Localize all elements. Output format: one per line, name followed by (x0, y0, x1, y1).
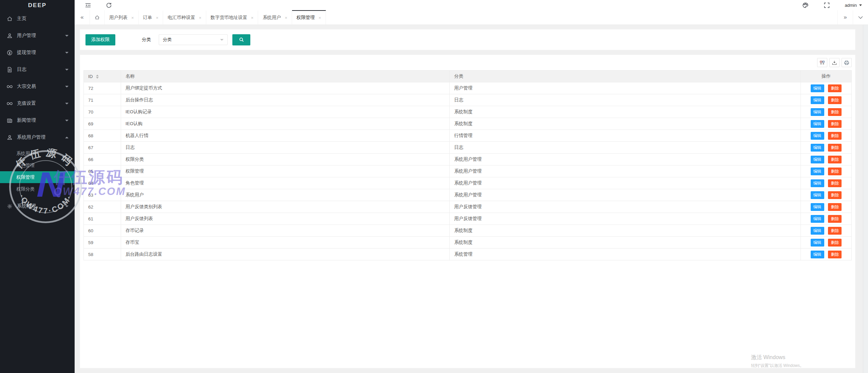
delete-button[interactable]: 删除 (828, 215, 842, 223)
search-button[interactable] (232, 34, 250, 45)
close-icon[interactable]: × (285, 15, 287, 20)
double-chevron-left-icon: « (80, 14, 83, 21)
tabs-menu-button[interactable] (853, 10, 868, 24)
cell-id: 59 (84, 237, 121, 249)
add-permission-button[interactable]: 添加权限 (85, 34, 115, 45)
table-row: 59 存币宝 系统制度 编辑 删除 (84, 237, 852, 249)
edit-button[interactable]: 编辑 (811, 120, 824, 128)
edit-button[interactable]: 编辑 (811, 132, 824, 140)
scrollbar[interactable] (863, 25, 868, 373)
chevron-up-icon (65, 137, 69, 138)
delete-button[interactable]: 删除 (828, 179, 842, 187)
sidebar-item-system-mgmt[interactable]: 系统管理 (0, 198, 75, 215)
delete-button[interactable]: 删除 (828, 156, 842, 163)
delete-button[interactable]: 删除 (828, 227, 842, 235)
cell-id: 67 (84, 142, 121, 154)
column-filter-button[interactable] (817, 58, 827, 67)
sort-icon[interactable] (96, 75, 99, 79)
edit-button[interactable]: 编辑 (811, 96, 824, 104)
edit-button[interactable]: 编辑 (811, 191, 824, 199)
collapse-menu-icon[interactable] (85, 2, 91, 8)
file-icon (7, 67, 13, 73)
tab-crypto-address-settings[interactable]: 数字货币地址设置 × (206, 10, 258, 24)
refresh-icon[interactable] (105, 2, 112, 8)
sidebar: DEEP 主页 用户管理 提现管理 日志 大宗交易 充值设置 新闻管理 系统用户… (0, 0, 75, 373)
tab-user-list[interactable]: 用户列表 × (105, 10, 139, 24)
cell-category: 系统用户管理 (450, 177, 801, 189)
edit-button[interactable]: 编辑 (811, 84, 824, 92)
delete-button[interactable]: 删除 (828, 251, 842, 258)
cell-name: 存币宝 (121, 237, 450, 249)
sidebar-subitem-permission-category[interactable]: 权限分类 (0, 183, 75, 195)
topbar-right: admin (802, 2, 862, 8)
edit-button[interactable]: 编辑 (811, 168, 824, 175)
edit-button[interactable]: 编辑 (811, 203, 824, 211)
close-icon[interactable]: × (131, 15, 134, 20)
close-icon[interactable]: × (251, 15, 254, 20)
tab-label: 系统用户 (263, 15, 281, 21)
category-filter-label: 分类 (142, 37, 151, 43)
chevron-down-icon (65, 52, 69, 54)
edit-button[interactable]: 编辑 (811, 156, 824, 163)
sidebar-item-log[interactable]: 日志 (0, 61, 75, 78)
cell-name: 系统用户 (121, 189, 450, 201)
edit-button[interactable]: 编辑 (811, 227, 824, 235)
delete-button[interactable]: 删除 (828, 120, 842, 128)
delete-button[interactable]: 删除 (828, 132, 842, 140)
delete-button[interactable]: 删除 (828, 96, 842, 104)
admin-dropdown[interactable]: admin (845, 3, 862, 8)
tab-system-user[interactable]: 系统用户 × (258, 10, 292, 24)
sidebar-item-withdraw-mgmt[interactable]: 提现管理 (0, 44, 75, 61)
edit-button[interactable]: 编辑 (811, 179, 824, 187)
close-icon[interactable]: × (156, 15, 159, 20)
user-icon (7, 33, 13, 39)
edit-button[interactable]: 编辑 (811, 239, 824, 247)
sidebar-item-block-trade[interactable]: 大宗交易 (0, 78, 75, 95)
export-button[interactable] (829, 58, 840, 67)
tab-label: 电汇币种设置 (168, 15, 195, 21)
delete-button[interactable]: 删除 (828, 144, 842, 152)
tab-wire-currency-settings[interactable]: 电汇币种设置 × (163, 10, 206, 24)
category-select[interactable]: 分类 (159, 34, 228, 45)
sidebar-subitem-role-mgmt[interactable]: 角色管理 (0, 159, 75, 171)
cell-actions: 编辑 删除 (801, 237, 852, 249)
category-select-value: 分类 (163, 37, 172, 43)
sidebar-item-user-mgmt[interactable]: 用户管理 (0, 27, 75, 44)
edit-button[interactable]: 编辑 (811, 108, 824, 116)
delete-button[interactable]: 删除 (828, 191, 842, 199)
close-icon[interactable]: × (319, 15, 321, 20)
delete-button[interactable]: 删除 (828, 84, 842, 92)
delete-button[interactable]: 删除 (828, 108, 842, 116)
cell-name: IEO认购记录 (121, 106, 450, 118)
print-button[interactable] (842, 58, 852, 67)
fullscreen-icon[interactable] (824, 2, 830, 8)
delete-button[interactable]: 删除 (828, 203, 842, 211)
tabs-scroll-right-button[interactable]: » (837, 10, 853, 24)
delete-button[interactable]: 删除 (828, 168, 842, 175)
tabs-scroll-left-button[interactable]: « (75, 10, 90, 24)
edit-button[interactable]: 编辑 (811, 215, 824, 223)
sidebar-subitem-permission-mgmt[interactable]: 权限管理 (0, 171, 75, 183)
edit-button[interactable]: 编辑 (811, 251, 824, 258)
sidebar-item-home[interactable]: 主页 (0, 10, 75, 27)
sidebar-item-news-mgmt[interactable]: 新闻管理 (0, 112, 75, 129)
home-icon (95, 15, 100, 20)
tabbar-right-controls: » (837, 10, 868, 24)
sidebar-item-label: 用户管理 (17, 33, 36, 39)
close-icon[interactable]: × (199, 15, 201, 20)
delete-button[interactable]: 删除 (828, 239, 842, 247)
sidebar-item-system-user-mgmt[interactable]: 系统用户管理 (0, 129, 75, 146)
tab-permission-mgmt[interactable]: 权限管理 × (292, 10, 326, 24)
cell-id: 69 (84, 118, 121, 130)
sidebar-subitem-system-user[interactable]: 系统用户 (0, 148, 75, 159)
table-row: 68 机器人行情 行情管理 编辑 删除 (84, 130, 852, 142)
permissions-table-card: ID 名称 分类 操作 72 用户绑定提币方式 用户管理 编辑 删除 71 后台… (80, 55, 855, 368)
theme-palette-icon[interactable] (802, 2, 809, 8)
tab-orders[interactable]: 订单 × (139, 10, 163, 24)
edit-button[interactable]: 编辑 (811, 144, 824, 152)
tab-home[interactable] (90, 10, 105, 24)
col-header-id[interactable]: ID (84, 71, 121, 82)
cell-name: 权限管理 (121, 165, 450, 177)
sidebar-item-recharge-settings[interactable]: 充值设置 (0, 95, 75, 112)
cell-name: 用户反馈类别列表 (121, 201, 450, 213)
